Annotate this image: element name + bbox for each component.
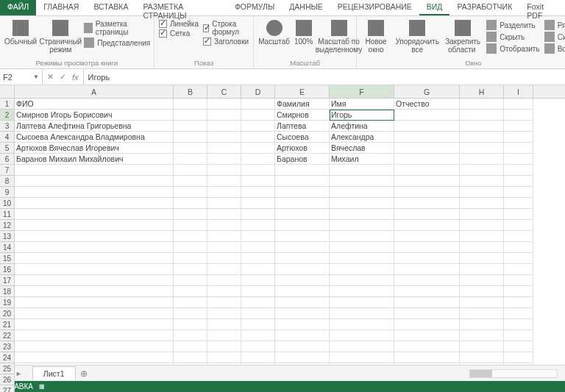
cell-B8[interactable] xyxy=(174,176,207,187)
cell-B20[interactable] xyxy=(174,308,207,319)
tab-вставка[interactable]: ВСТАВКА xyxy=(86,0,135,15)
cell-E12[interactable] xyxy=(275,220,330,231)
row-header-14[interactable]: 14 xyxy=(0,242,14,253)
cell-A1[interactable]: ФИО xyxy=(15,99,174,110)
cell-E17[interactable] xyxy=(275,275,330,286)
spreadsheet-grid[interactable]: ABCDEFGHI 123456789101112131415161718192… xyxy=(0,85,565,365)
tab-главная[interactable]: ГЛАВНАЯ xyxy=(36,0,86,15)
cell-C20[interactable] xyxy=(207,308,241,319)
chk-formula-bar[interactable]: Строка формул xyxy=(203,20,249,36)
cell-E11[interactable] xyxy=(275,209,330,220)
cell-F21[interactable] xyxy=(330,319,394,330)
cell-B14[interactable] xyxy=(174,242,207,253)
zoom-100[interactable]: 100% xyxy=(294,18,313,46)
cell-D1[interactable] xyxy=(241,99,275,110)
cell-D8[interactable] xyxy=(241,176,275,187)
row-header-27[interactable]: 27 xyxy=(0,385,14,392)
cell-A4[interactable]: Сысоева Александра Владмировна xyxy=(15,132,174,143)
cell-H17[interactable] xyxy=(460,275,504,286)
row-header-15[interactable]: 15 xyxy=(0,253,14,264)
row-header-1[interactable]: 1 xyxy=(0,99,14,110)
cell-B1[interactable] xyxy=(174,99,207,110)
cell-H11[interactable] xyxy=(460,209,504,220)
macro-record-icon[interactable]: ▦ xyxy=(39,383,46,390)
cell-A18[interactable] xyxy=(15,286,174,297)
cell-D11[interactable] xyxy=(241,209,275,220)
cell-A5[interactable]: Артюхов Вячеслав Игоревич xyxy=(15,143,174,154)
cell-H16[interactable] xyxy=(460,264,504,275)
row-header-10[interactable]: 10 xyxy=(0,198,14,209)
cell-H24[interactable] xyxy=(460,352,504,363)
cell-C7[interactable] xyxy=(207,165,241,176)
cell-E18[interactable] xyxy=(275,286,330,297)
cell-E13[interactable] xyxy=(275,231,330,242)
cell-F8[interactable] xyxy=(330,176,394,187)
cell-D14[interactable] xyxy=(241,242,275,253)
cell-I20[interactable] xyxy=(504,308,533,319)
cell-G23[interactable] xyxy=(394,341,460,352)
cell-H19[interactable] xyxy=(460,297,504,308)
cell-C16[interactable] xyxy=(207,264,241,275)
cell-H15[interactable] xyxy=(460,253,504,264)
cell-E8[interactable] xyxy=(275,176,330,187)
cell-F3[interactable]: Алефтина xyxy=(330,121,394,132)
cell-H21[interactable] xyxy=(460,319,504,330)
cell-E7[interactable] xyxy=(275,165,330,176)
view-page-layout[interactable]: Разметка страницы xyxy=(84,20,150,36)
cell-D9[interactable] xyxy=(241,187,275,198)
row-header-11[interactable]: 11 xyxy=(0,209,14,220)
cell-B23[interactable] xyxy=(174,341,207,352)
cell-G18[interactable] xyxy=(394,286,460,297)
cell-H13[interactable] xyxy=(460,231,504,242)
cell-A14[interactable] xyxy=(15,242,174,253)
cell-G11[interactable] xyxy=(394,209,460,220)
cell-E5[interactable]: Артюхов xyxy=(275,143,330,154)
unhide[interactable]: Отобразить xyxy=(486,43,540,54)
row-header-16[interactable]: 16 xyxy=(0,264,14,275)
cell-E20[interactable] xyxy=(275,308,330,319)
cell-H22[interactable] xyxy=(460,330,504,341)
cell-A19[interactable] xyxy=(15,297,174,308)
cell-C12[interactable] xyxy=(207,220,241,231)
cell-F2[interactable]: Игорь xyxy=(330,110,394,121)
cell-D13[interactable] xyxy=(241,231,275,242)
cell-G7[interactable] xyxy=(394,165,460,176)
cell-A13[interactable] xyxy=(15,231,174,242)
cell-B11[interactable] xyxy=(174,209,207,220)
cell-I21[interactable] xyxy=(504,319,533,330)
cell-I24[interactable] xyxy=(504,352,533,363)
cell-C1[interactable] xyxy=(207,99,241,110)
cell-F6[interactable]: Михаил xyxy=(330,154,394,165)
reset-pos[interactable]: Восстан xyxy=(544,43,565,54)
cell-G12[interactable] xyxy=(394,220,460,231)
cell-F16[interactable] xyxy=(330,264,394,275)
cell-H18[interactable] xyxy=(460,286,504,297)
cell-I13[interactable] xyxy=(504,231,533,242)
cell-E2[interactable]: Смирнов xyxy=(275,110,330,121)
cell-C23[interactable] xyxy=(207,341,241,352)
cell-I5[interactable] xyxy=(504,143,533,154)
cell-B4[interactable] xyxy=(174,132,207,143)
col-header-H[interactable]: H xyxy=(460,85,504,98)
cell-A3[interactable]: Лаптева Алефтина Григорьевна xyxy=(15,121,174,132)
cell-D16[interactable] xyxy=(241,264,275,275)
cell-C18[interactable] xyxy=(207,286,241,297)
cell-E15[interactable] xyxy=(275,253,330,264)
cell-B7[interactable] xyxy=(174,165,207,176)
name-box[interactable]: F2▼ xyxy=(0,69,43,85)
cell-B9[interactable] xyxy=(174,187,207,198)
cell-I3[interactable] xyxy=(504,121,533,132)
cell-E6[interactable]: Баранов xyxy=(275,154,330,165)
cell-F9[interactable] xyxy=(330,187,394,198)
cell-A10[interactable] xyxy=(15,198,174,209)
cell-E16[interactable] xyxy=(275,264,330,275)
cell-D15[interactable] xyxy=(241,253,275,264)
row-header-2[interactable]: 2 xyxy=(0,110,14,121)
cell-D7[interactable] xyxy=(241,165,275,176)
cell-E4[interactable]: Сысоева xyxy=(275,132,330,143)
cell-H3[interactable] xyxy=(460,121,504,132)
row-header-19[interactable]: 19 xyxy=(0,297,14,308)
row-header-24[interactable]: 24 xyxy=(0,352,14,363)
arrange-all[interactable]: Упорядочить все xyxy=(395,18,439,54)
cell-F11[interactable] xyxy=(330,209,394,220)
